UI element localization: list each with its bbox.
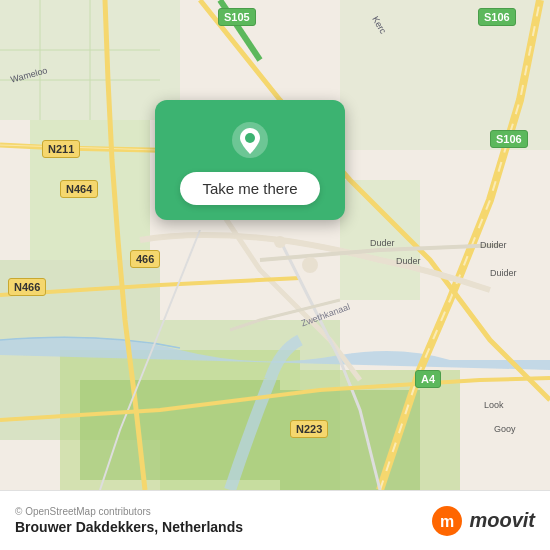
moovit-icon: m <box>431 505 463 537</box>
route-label-s106b: S106 <box>490 130 528 148</box>
moovit-logo: m moovit <box>431 505 535 537</box>
map-label-duder4: Duider <box>490 268 517 278</box>
map-container: S105 S106 S106 N211 N464 N466 466 N223 A… <box>0 0 550 490</box>
bottom-left: © OpenStreetMap contributors Brouwer Dak… <box>15 506 243 535</box>
map-label-look: Look <box>484 400 504 410</box>
moovit-text: moovit <box>469 509 535 532</box>
svg-text:m: m <box>440 513 454 530</box>
route-label-a4: A4 <box>415 370 441 388</box>
route-label-n223: N223 <box>290 420 328 438</box>
svg-point-18 <box>245 133 255 143</box>
svg-point-15 <box>302 257 318 273</box>
map-label-duder2: Duder <box>396 256 421 266</box>
map-label-duder3: Duider <box>480 240 507 250</box>
map-svg <box>0 0 550 490</box>
route-label-s105: S105 <box>218 8 256 26</box>
route-label-n466: N466 <box>8 278 46 296</box>
location-name: Brouwer Dakdekkers, Netherlands <box>15 519 243 535</box>
svg-point-16 <box>274 236 286 248</box>
route-label-s106a: S106 <box>478 8 516 26</box>
attribution-text: © OpenStreetMap contributors <box>15 506 243 517</box>
bottom-bar: © OpenStreetMap contributors Brouwer Dak… <box>0 490 550 550</box>
take-me-there-button[interactable]: Take me there <box>180 172 319 205</box>
location-pin-icon <box>230 120 270 160</box>
map-label-duder: Duder <box>370 238 395 248</box>
route-label-n464: N464 <box>60 180 98 198</box>
route-label-466: 466 <box>130 250 160 268</box>
route-label-n211: N211 <box>42 140 80 158</box>
map-label-gooy: Gooy <box>494 424 516 434</box>
popup-card: Take me there <box>155 100 345 220</box>
